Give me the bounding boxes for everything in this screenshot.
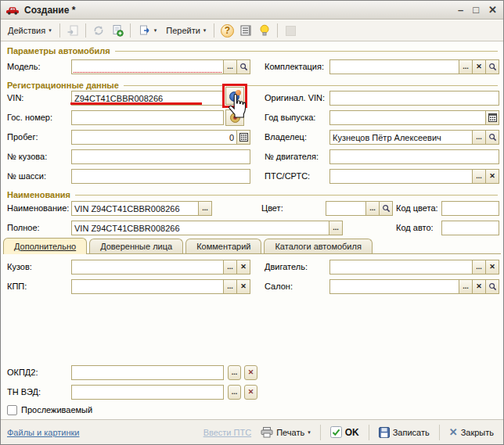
toolbar-separator bbox=[130, 23, 131, 38]
salon-clear-button[interactable]: ✕ bbox=[473, 279, 486, 294]
goto-menu-button[interactable]: Перейти ▾ bbox=[162, 23, 210, 38]
salon-input[interactable] bbox=[329, 279, 459, 294]
tab-strip: Дополнительно Доверенные лица Комментари… bbox=[3, 238, 501, 254]
engine-no-input[interactable] bbox=[329, 149, 499, 164]
engine-input[interactable] bbox=[329, 260, 473, 275]
print-button[interactable]: Печать ▾ bbox=[257, 425, 314, 440]
tab-catalogs[interactable]: Каталоги автомобиля bbox=[264, 239, 372, 253]
open-related-button[interactable]: ▾ bbox=[135, 22, 161, 39]
model-input[interactable] bbox=[71, 59, 224, 74]
salon-search-button[interactable] bbox=[486, 279, 499, 294]
name-ellipsis-button[interactable]: ... bbox=[199, 201, 212, 216]
okpd2-input[interactable] bbox=[71, 365, 224, 380]
engine-field-group: ... ✕ bbox=[329, 260, 499, 275]
tnved-input[interactable] bbox=[71, 385, 224, 400]
engine-clear-button[interactable]: ✕ bbox=[486, 260, 499, 275]
year-calendar-button[interactable] bbox=[486, 110, 499, 125]
tab-comment[interactable]: Комментарий bbox=[185, 239, 261, 253]
auto-code-input[interactable] bbox=[441, 221, 499, 235]
body-ellipsis-button[interactable]: ... bbox=[224, 260, 237, 275]
gos-number-emblem-button[interactable] bbox=[225, 109, 244, 126]
gos-number-label: Гос. номер: bbox=[7, 110, 52, 125]
copy-button[interactable] bbox=[109, 22, 126, 39]
owner-label: Владелец: bbox=[265, 130, 307, 145]
document-go-icon bbox=[139, 24, 151, 37]
color-code-input[interactable] bbox=[441, 201, 499, 216]
gearbox-clear-button[interactable]: ✕ bbox=[237, 279, 250, 294]
trim-search-button[interactable] bbox=[486, 59, 499, 74]
owner-search-button[interactable] bbox=[486, 130, 499, 145]
files-and-pictures-link[interactable]: Файлы и картинки bbox=[7, 428, 79, 437]
vin-input[interactable] bbox=[71, 91, 224, 106]
minimize-button[interactable]: – bbox=[458, 5, 463, 15]
trim-input[interactable] bbox=[329, 59, 459, 74]
body-clear-button[interactable]: ✕ bbox=[237, 260, 250, 275]
gearbox-ellipsis-button[interactable]: ... bbox=[224, 279, 237, 294]
year-input[interactable] bbox=[329, 110, 486, 125]
pts-input[interactable] bbox=[329, 169, 473, 184]
trim-ellipsis-button[interactable]: ... bbox=[459, 59, 473, 74]
gos-number-input[interactable] bbox=[71, 110, 224, 125]
body-input[interactable] bbox=[71, 260, 224, 275]
name-input[interactable] bbox=[71, 201, 199, 216]
full-name-input[interactable] bbox=[71, 221, 329, 235]
full-name-ellipsis-button[interactable]: ... bbox=[329, 221, 343, 235]
printer-icon bbox=[261, 427, 273, 438]
color-input[interactable] bbox=[326, 201, 366, 216]
trim-clear-button[interactable]: ✕ bbox=[473, 59, 486, 74]
floppy-icon bbox=[379, 427, 390, 438]
section-params: Параметры автомобиля bbox=[7, 45, 498, 56]
color-search-button[interactable] bbox=[380, 201, 393, 216]
lightbulb-icon bbox=[259, 24, 270, 37]
orig-vin-input[interactable] bbox=[329, 91, 499, 106]
gearbox-input[interactable] bbox=[71, 279, 224, 294]
actions-menu-button[interactable]: Действия ▾ bbox=[4, 23, 56, 38]
disabled-tool-button[interactable] bbox=[282, 22, 299, 39]
pts-clear-button[interactable]: ✕ bbox=[486, 169, 499, 184]
calendar-icon bbox=[488, 113, 497, 122]
salon-ellipsis-button[interactable]: ... bbox=[459, 279, 473, 294]
engine-no-label: № двигателя: bbox=[265, 149, 319, 164]
owner-ellipsis-button[interactable]: ... bbox=[473, 130, 486, 145]
okpd2-ellipsis-button[interactable]: ... bbox=[228, 365, 241, 380]
pts-ellipsis-button[interactable]: ... bbox=[473, 169, 486, 184]
gos-number-field-group bbox=[71, 110, 224, 125]
chassis-no-input[interactable] bbox=[71, 169, 250, 184]
form-settings-button[interactable] bbox=[237, 22, 254, 39]
owner-input[interactable] bbox=[329, 130, 473, 145]
body-no-input[interactable] bbox=[71, 149, 250, 164]
color-label: Цвет: bbox=[261, 201, 283, 216]
tab-trustees[interactable]: Доверенные лица bbox=[89, 239, 183, 253]
vin-decode-icon bbox=[229, 90, 241, 102]
section-rule bbox=[75, 195, 498, 196]
window-title: Создание * bbox=[24, 5, 453, 16]
ok-button[interactable]: OK bbox=[327, 425, 362, 440]
close-button[interactable]: ✕ bbox=[488, 5, 497, 15]
paste-values-button[interactable] bbox=[64, 22, 81, 39]
body-label: Кузов: bbox=[7, 260, 32, 275]
okpd2-clear-button[interactable]: ✕ bbox=[244, 365, 257, 380]
list-icon bbox=[239, 24, 252, 37]
tab-additional[interactable]: Дополнительно bbox=[3, 238, 87, 254]
enter-pts-link[interactable]: Ввести ПТС bbox=[203, 428, 251, 437]
tnved-ellipsis-button[interactable]: ... bbox=[228, 385, 241, 400]
color-ellipsis-button[interactable]: ... bbox=[366, 201, 380, 216]
tnved-clear-button[interactable]: ✕ bbox=[244, 385, 257, 400]
save-button[interactable]: Записать bbox=[376, 425, 433, 440]
color-code-field-group bbox=[441, 201, 499, 216]
maximize-button[interactable]: □ bbox=[473, 5, 479, 15]
mileage-calculator-button[interactable] bbox=[237, 130, 250, 145]
ok-check-icon bbox=[330, 426, 342, 438]
reread-button[interactable] bbox=[90, 22, 107, 39]
vin-decode-button[interactable] bbox=[225, 87, 244, 105]
hint-button[interactable] bbox=[256, 22, 273, 39]
close-form-button[interactable]: ✕ Закрыть bbox=[446, 425, 497, 439]
help-button[interactable]: ? bbox=[218, 22, 236, 39]
model-ellipsis-button[interactable]: ... bbox=[224, 59, 237, 74]
chassis-no-label: № шасси: bbox=[7, 169, 46, 184]
mileage-input[interactable] bbox=[71, 130, 237, 145]
traceable-checkbox[interactable] bbox=[7, 405, 17, 415]
model-search-button[interactable] bbox=[237, 59, 250, 74]
orig-vin-label: Оригинал. VIN: bbox=[265, 91, 325, 106]
engine-ellipsis-button[interactable]: ... bbox=[473, 260, 486, 275]
